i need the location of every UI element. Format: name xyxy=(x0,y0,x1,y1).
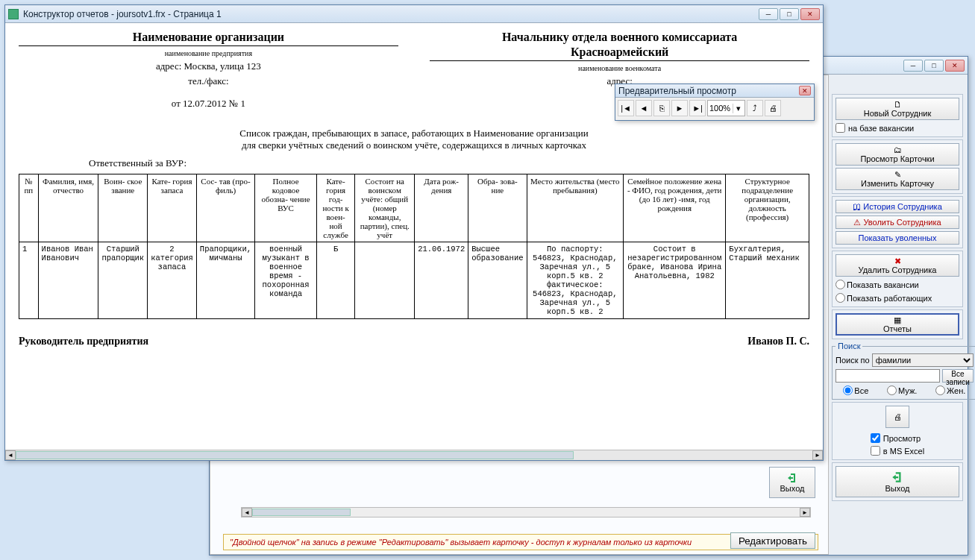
scroll-left-icon[interactable]: ◄ xyxy=(5,450,16,460)
reports-icon: ▦ xyxy=(894,316,901,324)
sign-right: Иванов П. С. xyxy=(747,336,809,347)
show-vacancies-label: Показать вакансии xyxy=(847,280,919,289)
org-address: адрес: Москва, улица 123 xyxy=(19,60,398,72)
card-edit-icon: ✎ xyxy=(894,171,901,179)
search-legend: Поиск xyxy=(836,342,862,350)
maximize-button[interactable]: □ xyxy=(924,60,944,72)
excel-chk-label: в MS Excel xyxy=(883,447,924,456)
goto-page-button[interactable]: ⎘ xyxy=(653,100,670,116)
col-cat: Кате- гория запаса xyxy=(148,174,197,242)
show-fired-button[interactable]: Показать уволенных xyxy=(836,231,959,245)
col-dob: Дата рож- дения xyxy=(415,174,468,242)
history-label: История Сотрудника xyxy=(863,202,942,211)
close-button[interactable]: ✕ xyxy=(945,60,965,72)
side-panel: 🗋 Новый Сотрудник на базе вакансии 🗂 Про… xyxy=(830,92,965,552)
reports-label: Отчеты xyxy=(883,324,912,333)
edit-card-label: Изменить Карточку xyxy=(861,179,934,188)
org-heading: Наименование организации xyxy=(19,31,398,46)
edit-button[interactable]: Редактировать xyxy=(730,532,815,549)
scroll-thumb[interactable] xyxy=(16,451,574,459)
col-fit: Кате- гория год- ности к воен- ной служб… xyxy=(316,174,354,242)
report-window: Конструктор отчетов - joursotv1.frx - Ст… xyxy=(4,4,824,461)
on-vacancy-checkbox[interactable] xyxy=(836,123,845,133)
show-working-radio[interactable] xyxy=(836,293,845,303)
reports-button[interactable]: ▦ Отчеты xyxy=(836,313,959,336)
fire-button[interactable]: ⚠ Уволить Сотрудника xyxy=(836,215,959,229)
recipient-heading: Начальнику отдела военного комиссариата xyxy=(430,31,809,45)
exit-icon xyxy=(891,471,904,484)
data-table: № пп Фамилия, имя, отчество Воин- ское з… xyxy=(19,174,809,319)
view-card-button[interactable]: 🗂 Просмотр Карточки xyxy=(836,143,959,166)
last-page-button[interactable]: ►| xyxy=(689,100,706,116)
exit-label: Выход xyxy=(885,484,910,493)
preview-toolbar-window[interactable]: Предварительный просмотр ✕ |◄ ◄ ⎘ ► ►| 1… xyxy=(615,84,815,121)
prev-page-button[interactable]: ◄ xyxy=(636,100,652,116)
body-line-1: Список граждан, пребывающих в запасе, ра… xyxy=(129,128,698,139)
gender-male-radio[interactable] xyxy=(887,386,897,395)
col-num: № пп xyxy=(19,174,39,242)
responsible-label: Ответственный за ВУР: xyxy=(89,157,186,169)
col-vus: Полное кодовое обозна- чение ВУС xyxy=(255,174,317,242)
preview-title: Предварительный просмотр xyxy=(618,86,799,96)
print-button[interactable]: 🖨 xyxy=(885,406,909,428)
scroll-right-icon[interactable]: ► xyxy=(800,508,810,517)
search-by-label: Поиск по xyxy=(836,356,870,365)
report-title: Конструктор отчетов - joursotv1.frx - Ст… xyxy=(23,9,759,19)
col-family: Семейное положение жена - ФИО, год рожде… xyxy=(624,174,726,242)
exit-icon xyxy=(786,472,798,484)
fire-label: Уволить Сотрудника xyxy=(863,218,941,227)
bg-horizontal-scrollbar[interactable]: ◄ ► xyxy=(241,507,811,517)
report-minimize-button[interactable]: ─ xyxy=(759,8,778,20)
org-tel: тел./факс: xyxy=(19,75,398,87)
minimize-button[interactable]: ─ xyxy=(903,60,923,72)
gender-female-radio[interactable] xyxy=(935,386,945,395)
preview-titlebar[interactable]: Предварительный просмотр ✕ xyxy=(615,84,814,98)
sign-left: Руководитель предприятия xyxy=(19,336,148,347)
hint-bar: "Двойной щелчок" на запись в режиме "Ред… xyxy=(223,534,818,550)
app-icon xyxy=(8,9,19,19)
col-edu: Обра- зова- ние xyxy=(468,174,527,242)
search-input[interactable] xyxy=(836,369,940,383)
table-row: 1 Иванов Иван Иванович Старший прапорщик… xyxy=(19,242,809,319)
document-icon: 🗋 xyxy=(894,101,902,109)
new-employee-button[interactable]: 🗋 Новый Сотрудник xyxy=(836,98,959,120)
history-button[interactable]: 🕮 История Сотрудника xyxy=(836,200,959,213)
show-fired-label: Показать уволенных xyxy=(858,233,936,242)
exit-button[interactable]: Выход xyxy=(836,466,959,497)
recipient-note: наименование военкомата xyxy=(430,64,809,72)
org-date: от 12.07.2012 № 1 xyxy=(19,98,398,110)
chevron-down-icon[interactable]: ▾ xyxy=(733,104,743,113)
on-vacancy-label: на базе вакансии xyxy=(848,124,914,133)
zoom-select[interactable]: 100% ▾ xyxy=(707,100,745,116)
gender-all-radio[interactable] xyxy=(843,386,853,395)
scroll-left-icon[interactable]: ◄ xyxy=(242,508,252,517)
bg-exit-button[interactable]: Выход xyxy=(769,467,815,498)
col-addr: Место жительства (место пребывания) xyxy=(527,174,624,242)
scroll-thumb[interactable] xyxy=(252,509,351,516)
view-card-label: Просмотр Карточки xyxy=(860,154,934,163)
preview-checkbox[interactable] xyxy=(871,433,880,443)
next-page-button[interactable]: ► xyxy=(671,100,688,116)
report-close-button[interactable]: ✕ xyxy=(800,8,820,20)
report-horizontal-scrollbar[interactable]: ◄ ► xyxy=(5,450,823,460)
excel-checkbox[interactable] xyxy=(871,446,880,456)
print-preview-button[interactable]: 🖨 xyxy=(765,100,781,116)
scroll-right-icon[interactable]: ► xyxy=(812,450,823,460)
delete-label: Удалить Сотрудника xyxy=(859,265,937,274)
printer-icon: 🖨 xyxy=(894,412,902,421)
delete-employee-button[interactable]: ✖ Удалить Сотрудника xyxy=(836,254,959,277)
col-reg: Состоит на воинском учёте: общий (номер … xyxy=(355,174,415,242)
all-records-button[interactable]: Все записи xyxy=(942,369,974,383)
search-field-select[interactable]: фамилии xyxy=(872,353,974,367)
report-titlebar: Конструктор отчетов - joursotv1.frx - Ст… xyxy=(5,5,823,23)
first-page-button[interactable]: |◄ xyxy=(618,100,634,116)
show-vacancies-radio[interactable] xyxy=(836,280,845,289)
zoom-value: 100% xyxy=(709,104,730,113)
report-maximize-button[interactable]: □ xyxy=(780,8,799,20)
org-note: наименование предприятия xyxy=(19,49,398,57)
close-preview-button[interactable]: ⤴ xyxy=(747,100,763,116)
edit-card-button[interactable]: ✎ Изменить Карточку xyxy=(836,168,959,190)
col-comp: Сос- тав (про- филь) xyxy=(196,174,254,242)
preview-toolbar: |◄ ◄ ⎘ ► ►| 100% ▾ ⤴ 🖨 xyxy=(615,98,814,119)
preview-close-button[interactable]: ✕ xyxy=(799,86,811,95)
